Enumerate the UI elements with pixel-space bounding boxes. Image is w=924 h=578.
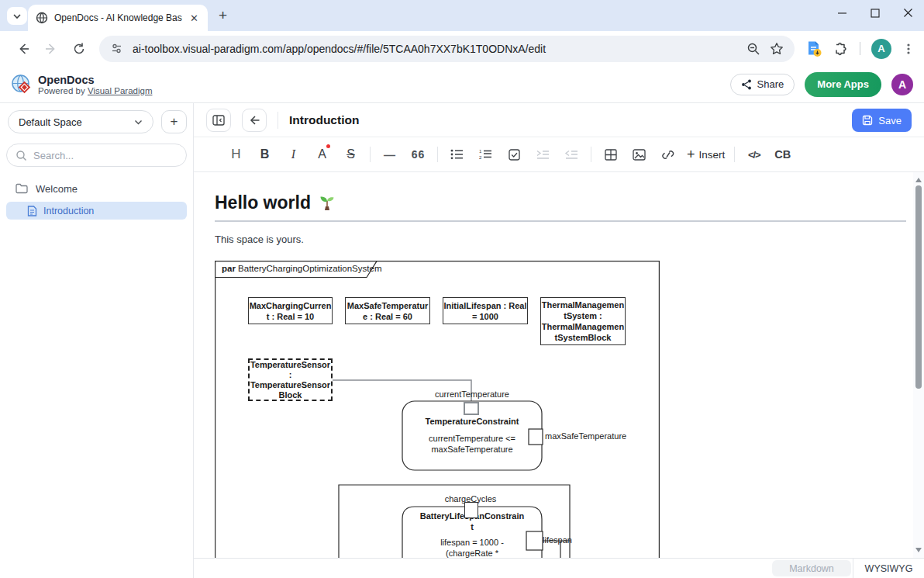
more-apps-button[interactable]: More Apps xyxy=(805,72,881,97)
sidebar: Default Space + Welcome Introduction xyxy=(0,103,194,578)
reload-button[interactable] xyxy=(70,40,88,58)
wysiwyg-mode-button[interactable]: WYSIWYG xyxy=(853,559,924,578)
close-window-button[interactable] xyxy=(903,8,913,18)
label-max-safe-temperature: maxSafeTemperature xyxy=(545,431,626,441)
new-tab-button[interactable]: + xyxy=(219,7,227,24)
url-text[interactable]: ai-toolbox.visual-paradigm.com/app/opend… xyxy=(133,43,737,55)
editor-toolbar: H B I A S — 66 12 xyxy=(194,137,924,172)
indent-button[interactable] xyxy=(529,144,557,165)
tab-close-icon[interactable]: ✕ xyxy=(188,12,200,24)
bold-button[interactable]: B xyxy=(250,144,279,165)
horizontal-rule-button[interactable]: — xyxy=(375,144,404,165)
opendocs-logo xyxy=(11,74,32,95)
document-panel: Introduction Save H B I A S — 66 xyxy=(194,103,924,578)
toolbar-separator xyxy=(591,147,591,162)
add-space-button[interactable]: + xyxy=(161,110,187,133)
minimize-button[interactable] xyxy=(837,8,847,18)
scroll-up-arrow[interactable] xyxy=(915,178,922,182)
share-icon xyxy=(741,79,752,90)
browser-window: OpenDocs - AI Knowledge Base ✕ + ai-tool… xyxy=(0,0,924,578)
code-button[interactable]: </> xyxy=(740,144,768,165)
intro-paragraph: This space is yours. xyxy=(215,234,924,245)
sidebar-item-introduction[interactable]: Introduction xyxy=(6,202,187,220)
markdown-mode-button[interactable]: Markdown xyxy=(772,560,851,576)
forward-button[interactable] xyxy=(42,40,60,58)
scroll-down-arrow[interactable] xyxy=(915,548,922,552)
save-button[interactable]: Save xyxy=(852,109,912,132)
browser-navbar: ai-toolbox.visual-paradigm.com/app/opend… xyxy=(0,31,924,66)
task-list-button[interactable] xyxy=(500,144,529,165)
search-input[interactable] xyxy=(33,150,178,161)
block-thermal-management-system[interactable]: ThermalManagemen tSystem : ThermalManage… xyxy=(540,297,626,345)
space-selector[interactable]: Default Space xyxy=(8,110,153,133)
editor-content[interactable]: Hello world This space is yours. xyxy=(194,172,924,558)
document-icon xyxy=(27,206,37,216)
frame-label: par BatteryChargingOptimizationSystem xyxy=(222,264,381,273)
label-lifespan: lifespan xyxy=(543,535,572,545)
sidebar-item-welcome[interactable]: Welcome xyxy=(0,179,193,198)
label-current-temperature: currentTemperature xyxy=(418,389,526,399)
bookmark-star-icon[interactable] xyxy=(770,42,784,56)
scrollbar-thumb[interactable] xyxy=(915,185,922,389)
url-bar[interactable]: ai-toolbox.visual-paradigm.com/app/opend… xyxy=(99,36,795,62)
powered-by: Powered by Visual Paradigm xyxy=(38,86,152,95)
link-button[interactable] xyxy=(653,144,682,165)
search-icon xyxy=(16,150,27,161)
toolbar-separator xyxy=(437,147,438,162)
chevron-down-icon xyxy=(134,118,143,126)
sidebar-search[interactable] xyxy=(6,144,187,167)
code-block-button[interactable]: CB xyxy=(768,144,797,165)
save-icon xyxy=(862,115,873,126)
extensions-puzzle-icon[interactable] xyxy=(833,41,849,57)
temperature-constraint-body: currentTemperature <= maxSafeTemperature xyxy=(402,433,542,455)
panel-toggle-icon xyxy=(212,115,225,126)
battery-constraint-body: lifespan = 1000 - (chargeRate * xyxy=(402,537,542,558)
toolbar-divider xyxy=(860,42,860,55)
svg-text:1: 1 xyxy=(479,149,482,154)
italic-button[interactable]: I xyxy=(279,144,308,165)
maximize-button[interactable] xyxy=(871,9,880,18)
heading-button[interactable]: H xyxy=(222,144,250,165)
browser-menu-icon[interactable] xyxy=(902,43,915,55)
numbered-list-button[interactable]: 12 xyxy=(471,144,500,165)
browser-tab[interactable]: OpenDocs - AI Knowledge Base ✕ xyxy=(28,5,208,31)
docs-extension-icon[interactable] xyxy=(805,40,822,57)
insert-button[interactable]: +Insert xyxy=(682,144,729,165)
bullet-list-button[interactable] xyxy=(443,144,471,165)
document-header: Introduction Save xyxy=(194,103,924,137)
browser-profile-avatar[interactable]: A xyxy=(871,39,891,59)
table-button[interactable] xyxy=(596,144,625,165)
visual-paradigm-link[interactable]: Visual Paradigm xyxy=(88,86,153,95)
share-button[interactable]: Share xyxy=(730,74,795,95)
folder-icon xyxy=(16,183,28,194)
back-to-docs-button[interactable] xyxy=(242,109,267,132)
sidebar-toggle-button[interactable] xyxy=(206,109,231,132)
parametric-diagram: par BatteryChargingOptimizationSystem Ma… xyxy=(215,261,660,558)
toolbar-separator xyxy=(370,147,371,162)
strikethrough-button[interactable]: S xyxy=(336,144,365,165)
app-header: OpenDocs Powered by Visual Paradigm Shar… xyxy=(0,66,924,103)
toolbar-separator xyxy=(734,147,735,162)
user-avatar[interactable]: A xyxy=(891,74,913,95)
image-button[interactable] xyxy=(625,144,653,165)
value-box-initial-lifespan[interactable]: InitialLifespan : Real = 1000 xyxy=(443,297,528,324)
tab-title: OpenDocs - AI Knowledge Base xyxy=(54,12,182,23)
zoom-icon[interactable] xyxy=(746,42,760,56)
app-title: OpenDocs xyxy=(38,74,152,86)
site-settings-icon[interactable] xyxy=(110,42,123,55)
tab-search-button[interactable] xyxy=(7,7,27,25)
editor-mode-bar: Markdown WYSIWYG xyxy=(194,558,924,578)
value-box-max-safe-temperature[interactable]: MaxSafeTemperatur e : Real = 60 xyxy=(345,297,430,324)
content-scrollbar[interactable] xyxy=(913,172,924,558)
seedling-emoji xyxy=(318,194,336,213)
battery-top-port xyxy=(464,502,478,518)
text-color-button[interactable]: A xyxy=(308,144,336,165)
block-temperature-sensor[interactable]: TemperatureSensor : TemperatureSensor Bl… xyxy=(248,358,333,401)
outdent-button[interactable] xyxy=(557,144,586,165)
blockquote-button[interactable]: 66 xyxy=(404,144,433,165)
chevron-down-icon xyxy=(12,12,22,21)
back-button[interactable] xyxy=(14,40,33,58)
value-box-max-charging-current[interactable]: MaxChargingCurren t : Real = 10 xyxy=(248,297,333,324)
temperature-constraint-title[interactable]: TemperatureConstraint xyxy=(402,416,542,427)
globe-favicon xyxy=(36,12,48,24)
